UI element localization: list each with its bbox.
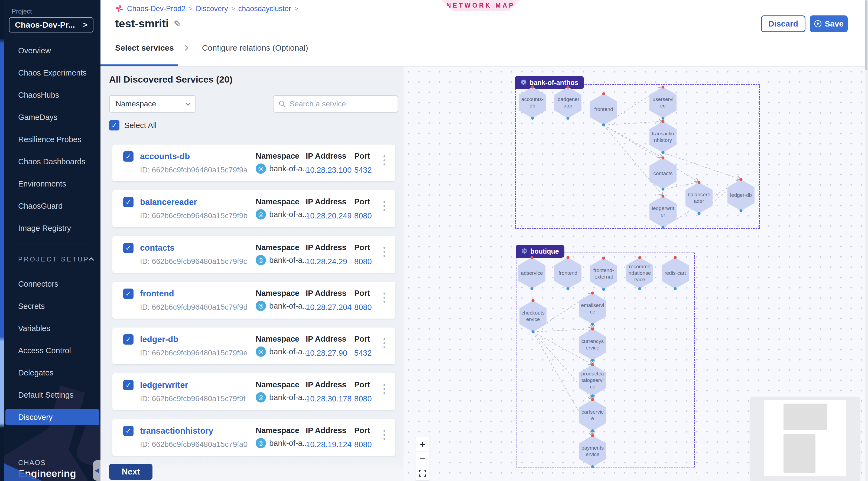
sidebar-item-delegates[interactable]: Delegates (4, 362, 100, 384)
sidebar-item-variables[interactable]: Variables (4, 317, 100, 340)
page-scrollbar[interactable] (865, 0, 868, 481)
ip-value[interactable]: 10.28.23.100 (306, 166, 351, 174)
node-output-port (602, 288, 605, 291)
ip-value[interactable]: 10.28.30.178 (306, 394, 351, 403)
service-name-link[interactable]: ledger-db (140, 334, 178, 344)
ip-value[interactable]: 10.28.24.29 (306, 257, 347, 266)
sidebar-item-gamedays[interactable]: GameDays (4, 106, 100, 128)
node-label: accounts-db (521, 87, 544, 118)
service-name-link[interactable]: transactionhistory (140, 426, 213, 436)
map-node-balancereader[interactable]: balancereader (685, 182, 713, 214)
ip-value[interactable]: 10.28.27.204 (306, 303, 351, 312)
search-input[interactable] (289, 100, 393, 108)
service-checkbox[interactable]: ✓ (123, 380, 133, 390)
select-all-checkbox[interactable]: ✓ (109, 120, 119, 130)
card-menu-button[interactable] (382, 382, 387, 396)
sidebar-item-connectors[interactable]: Connectors (4, 273, 100, 295)
map-node-productcatalogservice[interactable]: productcatalogservice (579, 364, 606, 396)
group-badge-boutique[interactable]: ☸boutique (516, 245, 564, 258)
zoom-out-button[interactable]: − (415, 451, 430, 466)
sidebar-item-discovery[interactable]: Discovery (5, 409, 99, 425)
card-menu-button[interactable] (382, 337, 387, 350)
sidebar-item-overview[interactable]: Overview (4, 39, 100, 62)
sidebar-item-access-control[interactable]: Access Control (4, 340, 100, 362)
service-checkbox[interactable]: ✓ (123, 197, 133, 207)
service-checkbox[interactable]: ✓ (123, 334, 133, 345)
map-node-emailservice[interactable]: emailservice (579, 293, 606, 324)
sidebar-item-default-settings[interactable]: Default Settings (4, 384, 100, 406)
sidebar-item-environments[interactable]: Environments (4, 173, 100, 195)
ip-column-header: IP Address (306, 197, 346, 206)
map-minimap[interactable] (751, 397, 859, 481)
service-name-link[interactable]: ledgerwriter (140, 380, 188, 390)
node-label: cartservice (581, 399, 604, 431)
tab-configure-relations[interactable]: Configure relations (Optional) (202, 43, 308, 53)
map-node-accounts-db[interactable]: accounts-db (519, 87, 546, 118)
map-node-checkoutservice[interactable]: checkoutservice (520, 300, 547, 332)
map-node-userservice[interactable]: userservice (649, 87, 677, 118)
sidebar-collapse-button[interactable]: ◀ (93, 460, 100, 481)
network-map-canvas[interactable]: ☸bank-of-anthos accounts-dbloadgenerator… (404, 67, 868, 481)
service-checkbox[interactable]: ✓ (123, 151, 133, 162)
service-name-link[interactable]: balancereader (140, 197, 197, 207)
map-node-frontend[interactable]: frontend (590, 94, 617, 125)
service-name-link[interactable]: frontend (140, 289, 174, 298)
map-node-redis-cart[interactable]: redis-cart (662, 257, 689, 289)
ip-value[interactable]: 10.28.20.249 (306, 212, 351, 220)
breadcrumb-item[interactable]: Discovery (196, 5, 228, 13)
map-node-recommendationservice[interactable]: recommendationservice (626, 257, 653, 289)
map-node-loadgenerator[interactable]: loadgenerator (554, 87, 582, 118)
scrollbar-thumb[interactable] (865, 0, 867, 70)
service-checkbox[interactable]: ✓ (123, 289, 133, 299)
map-node-transactionhistory[interactable]: transactionhistory (649, 121, 677, 153)
map-node-adservice[interactable]: adservice (518, 257, 546, 289)
map-node-ledger-db[interactable]: ledger-db (727, 180, 754, 211)
sidebar-item-chaosguard[interactable]: ChaosGuard (4, 195, 100, 217)
sidebar-item-chaos-dashboards[interactable]: Chaos Dashboards (4, 151, 100, 173)
service-checkbox[interactable]: ✓ (123, 243, 133, 253)
fullscreen-button[interactable] (415, 466, 430, 480)
map-node-contacts[interactable]: contacts (649, 158, 677, 189)
group-edges (516, 85, 761, 230)
network-map-banner: NETWORK MAP (441, 0, 520, 11)
breadcrumb-item[interactable]: Chaos-Dev-Prod2 (127, 5, 186, 13)
breadcrumb-item[interactable]: chaosdaycluster (238, 5, 291, 13)
project-setup-header[interactable]: PROJECT SETUP (18, 256, 94, 263)
sidebar-item-chaos-experiments[interactable]: Chaos Experiments (4, 62, 100, 84)
next-button[interactable]: Next (109, 464, 153, 480)
map-node-currencyservice[interactable]: currencyservice (579, 329, 606, 360)
node-label: redis-cart (663, 257, 687, 289)
service-name-link[interactable]: accounts-db (140, 152, 190, 161)
card-menu-button[interactable] (382, 245, 387, 258)
map-node-cartservice[interactable]: cartservice (579, 399, 606, 431)
card-menu-button[interactable] (382, 154, 387, 167)
node-output-port (591, 429, 594, 432)
section-title: All Discovered Services (20) (109, 74, 232, 85)
card-menu-button[interactable] (382, 428, 387, 442)
sidebar-item-chaoshubs[interactable]: ChaosHubs (4, 84, 100, 106)
map-node-ledgerwriter[interactable]: ledgerwriter (649, 196, 677, 227)
ip-value[interactable]: 10.28.19.124 (306, 440, 351, 449)
tab-select-services[interactable]: Select services (115, 43, 174, 53)
service-name-link[interactable]: contacts (140, 243, 175, 253)
project-selector[interactable]: Chaos-Dev-Pr... > (9, 17, 93, 32)
ip-value[interactable]: 10.28.27.90 (306, 349, 347, 358)
map-node-frontend-external[interactable]: frontend-external (590, 258, 617, 289)
sidebar-item-secrets[interactable]: Secrets (4, 295, 100, 317)
sidebar-item-image-registry[interactable]: Image Registry (4, 217, 100, 239)
sidebar-item-resilience-probes[interactable]: Resilience Probes (4, 128, 100, 151)
zoom-in-button[interactable]: + (415, 437, 430, 451)
map-node-paymentservice[interactable]: paymentservice (579, 436, 606, 467)
discard-button[interactable]: Discard (761, 15, 805, 32)
card-menu-button[interactable] (382, 199, 387, 213)
ip-column-header: IP Address (306, 334, 346, 344)
namespace-filter-dropdown[interactable]: Namespace (109, 95, 195, 113)
map-node-frontend[interactable]: frontend (554, 257, 582, 289)
node-label: userservice (651, 87, 675, 118)
edit-title-icon[interactable]: ✎ (174, 19, 182, 29)
ip-column-header: IP Address (306, 243, 346, 252)
service-checkbox[interactable]: ✓ (123, 426, 133, 436)
map-group-bank-of-anthos: ☸bank-of-anthos accounts-dbloadgenerator… (515, 84, 760, 229)
save-button[interactable]: Save (810, 15, 848, 32)
card-menu-button[interactable] (382, 291, 387, 304)
